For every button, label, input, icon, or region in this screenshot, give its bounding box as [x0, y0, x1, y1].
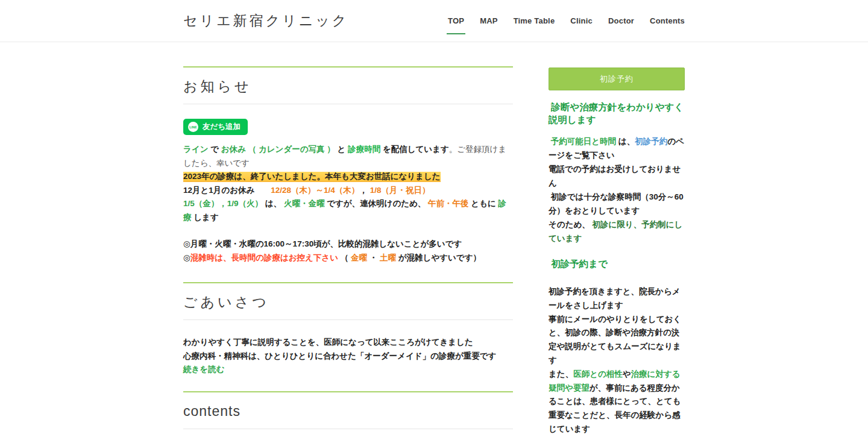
text-segment: ですが、連休明けのため、 [324, 199, 428, 208]
text-segment: カレンダーの写真 [259, 145, 325, 154]
greeting-line-2: 心療内科・精神科は、ひとりひとりに合わせた「オーダーメイド」の診療が重要です [183, 350, 513, 363]
text-segment: ともに [469, 199, 498, 208]
contents-heading: contents [183, 402, 513, 420]
text-segment: と [338, 145, 348, 154]
text-segment: 2023年の診療は、終了いたしました。本年も大変お世話になりました [183, 172, 441, 182]
sidebar-line-exam-time: 初診では十分な診察時間（30分～60分）をおとりしています [549, 190, 685, 218]
first-visit-reservation-button[interactable]: 初診予約 [549, 68, 685, 90]
text-segment: 午前・午後 [428, 199, 469, 208]
nav-item-map[interactable]: MAP [480, 16, 498, 25]
text-segment: 心療内科・精神科は、ひとりひとりに合わせた「オーダーメイド」の診療が重要です [183, 351, 496, 360]
news-line-holidays: 12月と1月のお休み 12/28（木）～1/4（木）， 1/8（月・祝日） [183, 184, 513, 198]
nav-item-top[interactable]: TOP [448, 16, 464, 25]
text-segment: そのため、 [549, 220, 593, 229]
greeting-heading-block: ごあいさつ [183, 293, 513, 320]
text-segment: 事前にメールのやりとりをしておくと、初診の際、診断や治療方針の決定や説明がとても… [549, 315, 681, 365]
line-add-friend-button[interactable]: LINE 友だち追加 [183, 119, 248, 135]
text-segment: 12/28（木）～1/4（木） [271, 186, 359, 195]
text-segment: 12月と1月のお休み [183, 186, 254, 195]
text-segment: （ [338, 253, 351, 262]
text-segment: や [623, 370, 631, 379]
text-segment: で [208, 145, 221, 154]
sidebar-line-compatibility: また、医師との相性や治療に対する疑問や要望が、事前にある程度分かることは、患者様… [549, 368, 685, 434]
main-nav: TOP MAP Time Table Clinic Doctor Content… [448, 16, 685, 25]
text-segment: 医師との相性 [573, 370, 623, 379]
news-line-broadcast: ライン で お休み （ カレンダーの写真 ） と 診療時間 を配信しています。ご… [183, 143, 513, 170]
text-segment: は、 [263, 199, 284, 208]
sidebar-heading-until-first-visit: 初診予約まで [549, 257, 685, 270]
text-segment [254, 186, 271, 195]
text-segment: ・ [367, 253, 380, 262]
main-column: お知らせ LINE 友だち追加 ライン で お休み （ カレンダーの写真 ） と… [183, 66, 513, 434]
contents-heading-block: contents [183, 402, 513, 429]
news-body: ライン で お休み （ カレンダーの写真 ） と 診療時間 を配信しています。ご… [183, 143, 513, 265]
blank-line [183, 224, 513, 237]
text-segment: 診療時間 [348, 145, 380, 154]
text-segment: を配信しています [380, 145, 449, 154]
sidebar-paragraph-process: 初診予約を頂きますと、院長からメールをさし上げます 事前にメールのやりとりをして… [549, 285, 685, 434]
news-line-busy-warning: ◎混雑時は、長時間の診療はお控え下さい （ 金曜 ・ 土曜 が混雑しやすいです） [183, 251, 513, 265]
text-segment: 金曜 [351, 253, 367, 262]
text-segment: が混雑しやすいです） [396, 253, 481, 262]
news-heading-block: お知らせ [183, 77, 513, 104]
text-segment: は、 [616, 137, 635, 146]
news-line-year-end: 2023年の診療は、終了いたしました。本年も大変お世話になりました [183, 170, 513, 184]
news-heading: お知らせ [183, 77, 513, 95]
nav-item-timetable[interactable]: Time Table [514, 16, 555, 25]
text-segment: 火曜・金曜 [284, 199, 325, 208]
text-segment: ） [325, 145, 338, 154]
text-segment: ， [359, 186, 370, 195]
greeting-body: わかりやすく丁寧に説明することを、医師になって以来こころがけてきました 心療内科… [183, 336, 513, 377]
section-contents: contents パニック障害 [183, 391, 513, 434]
sidebar-line-reservation-system: そのため、 初診に限り、予約制にしています [549, 218, 685, 245]
site-header: セリエ新宿クリニック TOP MAP Time Table Clinic Doc… [0, 0, 868, 42]
text-segment: 初診予約を頂きますと、院長からメールをさし上げます [549, 287, 681, 310]
text-segment: します [192, 213, 219, 222]
read-more-link[interactable]: 続きを読む [183, 363, 224, 377]
text-segment: ◎月曜・火曜・水曜の16:00～17:30頃が、比較的混雑しないことが多いです [183, 239, 462, 248]
text-segment: 1/8（月・祝日） [370, 186, 430, 195]
sidebar: 初診予約 診断や治療方針をわかりやすく説明します 予約可能日と時間 は、初診予約… [549, 66, 685, 434]
nav-item-doctor[interactable]: Doctor [608, 16, 634, 25]
text-segment: また、 [549, 370, 573, 379]
section-news: お知らせ LINE 友だち追加 ライン で お休み （ カレンダーの写真 ） と… [183, 66, 513, 265]
text-segment[interactable]: 初診予約 [635, 137, 667, 146]
text-segment: お休み [221, 145, 246, 154]
text-segment: 混雑時は、長時間の診療はお控え下さい [190, 253, 338, 262]
nav-item-clinic[interactable]: Clinic [570, 16, 593, 25]
text-segment: ライン [183, 145, 208, 154]
greeting-line-1: わかりやすく丁寧に説明することを、医師になって以来こころがけてきました [183, 336, 513, 350]
text-segment: 土曜 [380, 253, 396, 262]
sidebar-line-email-from-director: 初診予約を頂きますと、院長からメールをさし上げます [549, 285, 685, 313]
text-segment: 初診では十分な診察時間（30分～60分）をおとりしています [549, 192, 684, 215]
section-greeting: ごあいさつ わかりやすく丁寧に説明することを、医師になって以来こころがけてきまし… [183, 282, 513, 377]
site-title[interactable]: セリエ新宿クリニック [183, 11, 348, 30]
sidebar-line-smooth-process: 事前にメールのやりとりをしておくと、初診の際、診断や治療方針の決定や説明がとても… [549, 313, 685, 368]
line-icon: LINE [188, 122, 198, 132]
text-segment: 1/5（金），1/9（火） [183, 199, 263, 208]
news-line-open-days: 1/5（金），1/9（火） は、 火曜・金曜 ですが、連休明けのため、 午前・午… [183, 197, 513, 224]
text-segment: （ [246, 145, 259, 154]
line-button-label: 友だち追加 [203, 122, 241, 132]
sidebar-line-no-phone: 電話での予約はお受けしておりません [549, 162, 685, 190]
news-line-quiet-hours: ◎月曜・火曜・水曜の16:00～17:30頃が、比較的混雑しないことが多いです [183, 237, 513, 251]
text-segment: 予約可能日と時間 [549, 137, 616, 146]
text-segment: わかりやすく丁寧に説明することを、医師になって以来こころがけてきました [183, 338, 473, 347]
text-segment: ◎ [183, 253, 190, 262]
sidebar-paragraph-reservation: 予約可能日と時間 は、初診予約のページをご覧下さい 電話での予約はお受けしており… [549, 134, 685, 245]
greeting-heading: ごあいさつ [183, 293, 513, 311]
text-segment: 電話での予約はお受けしておりません [549, 165, 681, 187]
nav-item-contents[interactable]: Contents [650, 16, 685, 25]
sidebar-line-available-days: 予約可能日と時間 は、初診予約のページをご覧下さい [549, 134, 685, 162]
sidebar-heading-explanation: 診断や治療方針をわかりやすく説明します [549, 101, 685, 126]
